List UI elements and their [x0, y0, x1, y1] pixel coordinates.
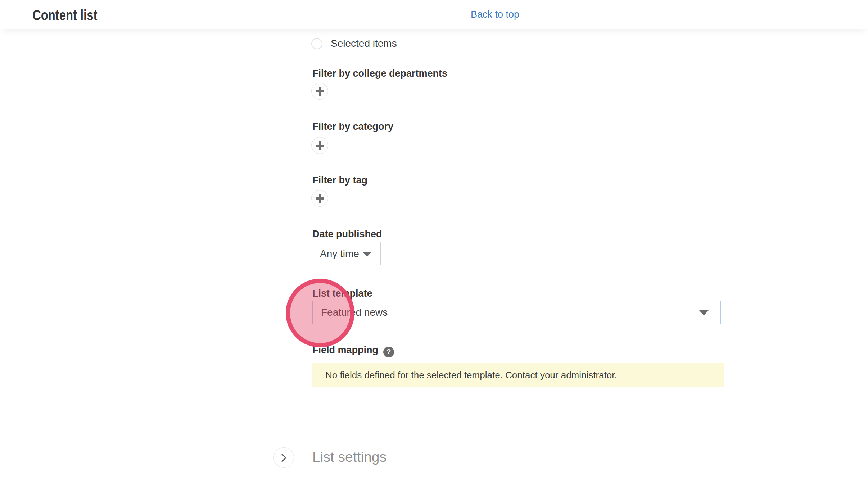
add-college-department-filter-button[interactable] — [311, 83, 328, 100]
list-settings-expand-button[interactable] — [273, 447, 294, 468]
list-template-label: List template — [312, 288, 372, 299]
filter-tag-label: Filter by tag — [312, 175, 367, 186]
content-list-page: Content list Back to top Selected items … — [0, 0, 868, 484]
list-settings-section-title[interactable]: List settings — [312, 449, 386, 465]
chevron-right-icon — [280, 452, 288, 463]
add-tag-filter-button[interactable] — [311, 190, 328, 207]
page-title: Content list — [32, 7, 97, 23]
field-mapping-label-text: Field mapping — [312, 344, 378, 355]
page-header: Content list Back to top — [0, 0, 868, 29]
chevron-down-icon — [362, 252, 372, 257]
selected-items-option: Selected items — [311, 38, 397, 49]
selected-items-label: Selected items — [331, 38, 397, 49]
filter-college-departments-label: Filter by college departments — [312, 68, 447, 79]
form-content: Selected items Filter by college departm… — [312, 0, 722, 484]
section-divider — [312, 416, 722, 416]
selected-items-radio[interactable] — [311, 38, 322, 49]
date-published-label: Date published — [312, 229, 382, 240]
help-icon[interactable]: ? — [383, 347, 394, 357]
list-template-value: Featured news — [321, 307, 388, 318]
filter-category-label: Filter by category — [312, 121, 393, 132]
plus-icon — [316, 87, 324, 96]
add-category-filter-button[interactable] — [311, 137, 328, 154]
list-template-select[interactable]: Featured news — [312, 301, 721, 324]
field-mapping-label: Field mapping? — [312, 344, 394, 357]
plus-icon — [316, 141, 324, 150]
date-published-value: Any time — [320, 248, 359, 260]
date-published-select[interactable]: Any time — [312, 242, 381, 265]
chevron-down-icon — [699, 310, 709, 315]
field-mapping-warning: No fields defined for the selected templ… — [312, 363, 724, 387]
back-to-top-link[interactable]: Back to top — [471, 9, 519, 20]
plus-icon — [316, 194, 324, 203]
warning-text: No fields defined for the selected templ… — [325, 370, 617, 381]
